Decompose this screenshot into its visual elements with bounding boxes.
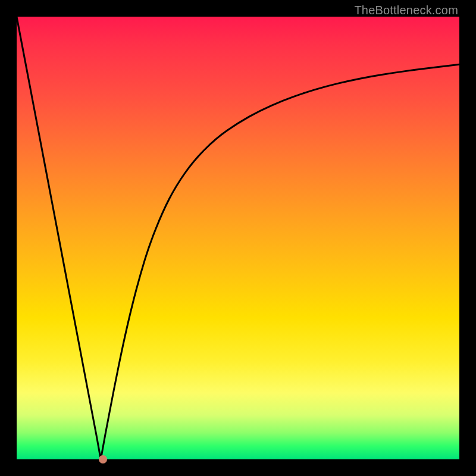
chart-frame: TheBottleneck.com [0,0,476,476]
optimum-marker [99,455,107,464]
plot-area [17,17,459,459]
watermark-text: TheBottleneck.com [354,4,458,17]
bottleneck-curve [17,17,459,459]
